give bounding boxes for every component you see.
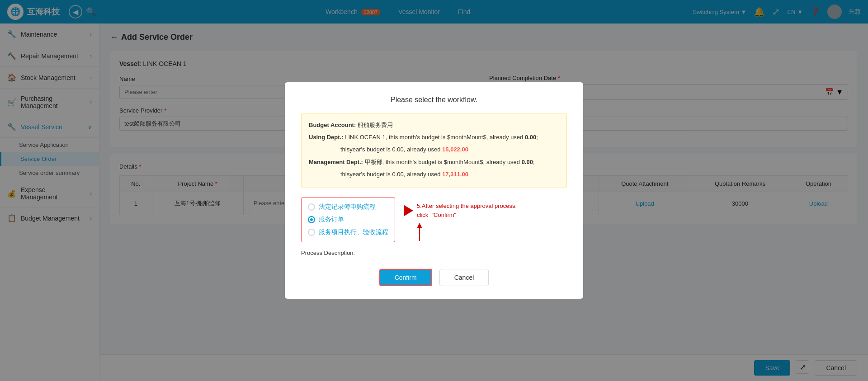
workflow-option-3[interactable]: 服务项目执行、验收流程 [308, 228, 388, 236]
mgmt-dept-used: 0.00 [522, 159, 533, 165]
modal-footer: Confirm Cancel [301, 269, 567, 286]
budget-account-row: Budget Account: 船舶服务费用 [309, 120, 559, 130]
mgmt-dept-label: Management Dept.: [309, 159, 363, 165]
using-dept-year-used: 15,022.00 [442, 146, 468, 153]
radio-circle-3 [308, 229, 315, 236]
workflow-label-1: 法定记录簿申购流程 [319, 203, 376, 211]
workflow-radio-group: 法定记录簿申购流程 服务订单 服务项目执行、验收流程 [301, 197, 395, 242]
annotation-text: 5.After selecting the approval process,c… [417, 202, 517, 219]
workflow-option-2[interactable]: 服务订单 [308, 216, 388, 224]
radio-circle-1 [308, 203, 315, 211]
modal-cancel-button[interactable]: Cancel [439, 269, 489, 286]
confirm-button[interactable]: Confirm [379, 269, 432, 286]
budget-account-label: Budget Account: [309, 122, 356, 128]
mgmt-dept-year-text: thisyear's budget is 0.00, already used [340, 171, 440, 178]
using-dept-label: Using Dept.: [309, 134, 344, 141]
using-dept-year-text: thisyear's budget is 0.00, already used [340, 146, 440, 153]
annotation-arrow-right [404, 205, 413, 216]
mgmt-dept-text: 甲板部, this month's budget is $monthMount$… [365, 159, 520, 165]
modal-annotation: 5.After selecting the approval process,c… [404, 197, 517, 243]
mgmt-dept-row: Management Dept.: 甲板部, this month's budg… [309, 157, 559, 167]
using-dept-used: 0.00 [525, 134, 536, 141]
annotation-up-arrow [415, 223, 517, 243]
workflow-modal: Please select the workflow. Budget Accou… [285, 82, 583, 299]
workflow-label-3: 服务项目执行、验收流程 [319, 228, 388, 236]
mgmt-dept-year-row: thisyear's budget is 0.00, already used … [309, 169, 559, 179]
process-description: Process Description: [301, 249, 395, 256]
budget-account-value: 船舶服务费用 [358, 122, 393, 128]
modal-main-layout: 法定记录簿申购流程 服务订单 服务项目执行、验收流程 Process Descr… [301, 197, 567, 265]
workflow-label-2: 服务订单 [319, 216, 344, 224]
modal-workflow-section: 法定记录簿申购流程 服务订单 服务项目执行、验收流程 Process Descr… [301, 197, 395, 265]
using-dept-text: LINK OCEAN 1, this month's budget is $mo… [345, 134, 523, 141]
budget-info-box: Budget Account: 船舶服务费用 Using Dept.: LINK… [301, 113, 567, 188]
using-dept-year-row: thisyear's budget is 0.00, already used … [309, 144, 559, 155]
using-dept-row: Using Dept.: LINK OCEAN 1, this month's … [309, 132, 559, 142]
svg-marker-1 [417, 223, 422, 228]
modal-title: Please select the workflow. [301, 96, 567, 104]
mgmt-dept-year-used: 17,311.00 [442, 171, 468, 178]
radio-circle-2 [308, 216, 315, 223]
modal-overlay[interactable]: Please select the workflow. Budget Accou… [0, 0, 868, 381]
workflow-option-1[interactable]: 法定记录簿申购流程 [308, 203, 388, 211]
